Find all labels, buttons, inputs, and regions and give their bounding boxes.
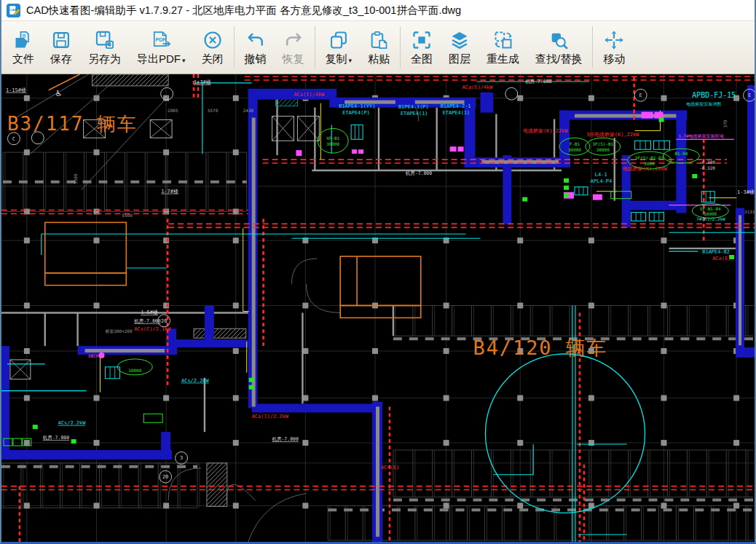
toolbar-button-file[interactable]: 文件 (4, 26, 42, 68)
cad-annotation: 1-7#电缆桥架安装区域 (678, 133, 723, 139)
cad-annotation: ACa(E) (712, 256, 731, 261)
parking-zone-label-b4: B4/120 辆车 (473, 336, 607, 359)
svg-text:SF-B1-04: SF-B1-04 (700, 206, 721, 211)
toolbar-button-label: 保存 (50, 52, 72, 66)
app-window: CAD CAD快速看图-编辑助手 v1.7.9.27 - 北区地库电力平面 各方… (0, 0, 756, 544)
toolbar-button-label: 导出PDF (137, 52, 181, 66)
toolbar-button-move[interactable]: 移动 (595, 26, 633, 68)
cad-annotation: APL4-P4 (591, 178, 612, 184)
cad-annotation: AC4(E) (381, 465, 399, 470)
dropdown-caret-icon: ▾ (182, 57, 186, 64)
toolbar-button-copy[interactable]: 复制▾ (318, 26, 361, 68)
cad-annotation: ETAPE4(1) (401, 111, 428, 117)
toolbar-button-full-view[interactable]: 全图 (403, 26, 441, 68)
toolbar-button-label: 关闭 (202, 52, 224, 66)
toolbar-button-export-pdf[interactable]: PDF导出PDF▾ (129, 26, 194, 68)
svg-text:B1-04: B1-04 (674, 151, 688, 156)
toolbar-button-find-replace[interactable]: 查找/替换 (527, 26, 590, 68)
svg-text:20: 20 (161, 318, 167, 324)
svg-text:20: 20 (162, 474, 168, 480)
svg-text:3F(S)-B1-03: 3F(S)-B1-03 (635, 155, 664, 160)
blue-wall (161, 432, 170, 460)
toolbar-button-close[interactable]: 关闭 (194, 26, 232, 68)
title-bar: CAD CAD快速看图-编辑助手 v1.7.9.27 - 北区地库电力平面 各方… (1, 0, 755, 20)
save-icon (51, 28, 71, 50)
cad-annotation: 机房-7.800 (406, 170, 432, 176)
toolbar-button-label: 移动 (603, 52, 625, 66)
svg-text:E: E (639, 92, 642, 98)
cad-annotation: ACs/2.2kW (58, 420, 86, 426)
find-replace-icon (548, 28, 569, 50)
move-icon (604, 28, 624, 50)
cad-annotation: ACa(E)/4kW (462, 84, 494, 90)
toolbar-button-label: 查找/替换 (535, 52, 582, 66)
regen-icon (493, 28, 513, 50)
layers-icon (449, 28, 470, 50)
blue-wall (252, 403, 375, 412)
svg-text:30000: 30000 (326, 141, 339, 146)
copy-icon (328, 28, 349, 50)
redo-icon (283, 28, 304, 50)
cad-annotation: 电缆桥架(K),22kW (523, 128, 568, 134)
cad-annotation: 机房-7.800 (43, 435, 69, 441)
cad-annotation: 5570 (208, 108, 218, 113)
blue-wall (205, 306, 214, 342)
cad-annotation: -6.320 (699, 165, 715, 170)
cad-drawing[interactable]: XF-B130000F-B1300003F(S)-B1300003F(S)-B1… (1, 74, 755, 542)
cad-annotation: ACs/2.2kW (181, 378, 209, 384)
cad-annotation: ♿ (56, 87, 62, 98)
cad-annotation: B1APE4-2-1 (441, 103, 471, 109)
toolbar-button-undo[interactable]: 撤销 (237, 26, 275, 68)
svg-text:C: C (12, 136, 15, 142)
toolbar-button-label: 撤销 (245, 52, 267, 66)
toolbar-button-save[interactable]: 保存 (42, 26, 80, 68)
toolbar-button-label: 粘贴 (368, 52, 390, 66)
window-title: CAD快速看图-编辑助手 v1.7.9.27 - 北区地库电力平面 各方意见修改… (26, 4, 461, 17)
cad-annotation: 机房-7.800 (272, 436, 299, 442)
toolbar-button-save-as[interactable]: 另存为 (80, 26, 129, 68)
toolbar-button-label: 全图 (411, 52, 433, 66)
svg-text:3: 3 (180, 455, 183, 461)
save-as-icon (95, 28, 115, 50)
export-pdf-icon: PDF (150, 28, 172, 50)
cad-annotation: 3排电缆桥架(K),22kW (586, 132, 639, 138)
cad-annotation: B1APE4-02 (702, 249, 730, 255)
parking-zone-label-b3: B3/117 辆车 (7, 113, 138, 135)
blue-wall (736, 347, 755, 358)
blue-wall (676, 111, 686, 213)
cad-annotation: L4-1 (595, 172, 607, 178)
cad-annotation: 机房-7.800 (525, 79, 551, 84)
full-view-icon (412, 28, 432, 50)
cad-annotation: B1APE4-1(YY) (339, 103, 375, 109)
cad-annotation: 电缆桥架安装详图 (686, 101, 721, 107)
blue-wall (503, 155, 511, 224)
toolbar-button-paste[interactable]: 粘贴 (360, 26, 398, 68)
svg-text:30000: 30000 (596, 147, 610, 152)
toolbar-button-label: 另存为 (88, 52, 121, 66)
toolbar-button-regen[interactable]: 重生成 (479, 26, 527, 68)
toolbar-button-label: 重生成 (487, 52, 519, 66)
cad-annotation: -6.300 (699, 159, 715, 165)
cad-app-icon: CAD (7, 4, 20, 17)
cad-annotation: ETAPE4(1) (443, 110, 470, 116)
cad-annotation: DBCH (89, 353, 100, 358)
paste-icon (369, 28, 389, 50)
blue-wall (1, 450, 172, 460)
cad-annotation: 5500 (73, 173, 78, 184)
cad-canvas[interactable]: XF-B130000F-B1300003F(S)-B1300003F(S)-B1… (1, 74, 755, 542)
cad-annotation: 7#(K)/2.2kW (696, 216, 725, 221)
toolbar-separator (592, 26, 593, 68)
cad-annotation: 1-15#楼 (6, 87, 26, 93)
cad-annotation: ACa(I)/4kW (294, 92, 325, 98)
cad-annotation: ETAPE4(P) (342, 110, 370, 116)
svg-text:3F(S)-B1: 3F(S)-B1 (592, 141, 613, 146)
toolbar-separator (400, 26, 401, 68)
toolbar-button-label: 恢复 (283, 52, 304, 66)
svg-text:3000: 3000 (644, 161, 655, 166)
toolbar-button-layers[interactable]: 图层 (441, 26, 479, 68)
toolbar-button-label: 图层 (449, 52, 470, 66)
cad-annotation: 1-7#楼 (161, 189, 178, 194)
cad-annotation: 机房-7.800 (134, 318, 160, 324)
blue-wall (1, 346, 9, 460)
cad-annotation: 370 (722, 119, 728, 127)
